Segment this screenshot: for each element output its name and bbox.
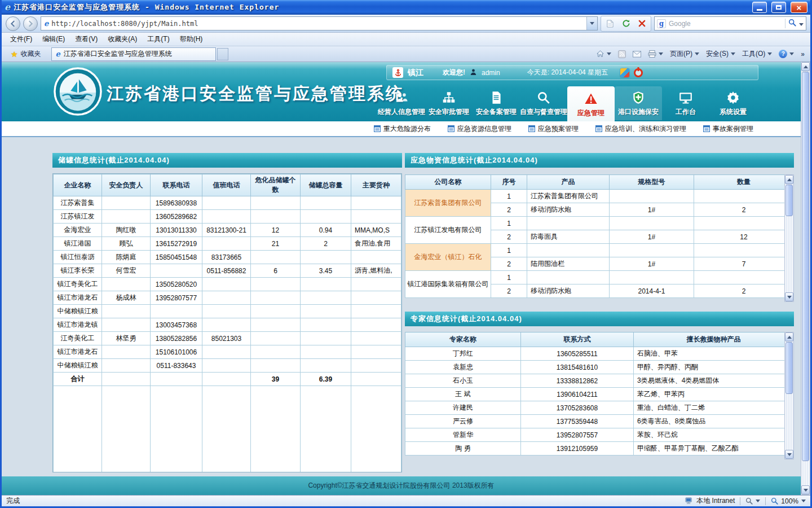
refresh-button[interactable] bbox=[619, 17, 633, 30]
cell bbox=[351, 345, 401, 359]
cell: 陈炳庭 bbox=[102, 251, 151, 264]
experts-scrollbar[interactable] bbox=[784, 332, 794, 459]
read-mail-button[interactable] bbox=[633, 51, 641, 58]
users-icon bbox=[394, 90, 409, 105]
scroll-down-icon[interactable] bbox=[801, 485, 810, 494]
nav-item-orgchart[interactable]: 安全审批管理 bbox=[425, 86, 473, 120]
back-button[interactable] bbox=[6, 16, 20, 31]
nav-item-search[interactable]: 自查与督查管理 bbox=[520, 86, 567, 120]
scroll-thumb[interactable] bbox=[785, 342, 793, 394]
nav-item-users[interactable]: 经营人信息管理 bbox=[378, 86, 425, 120]
cell: 镇江奇美化工 bbox=[54, 278, 102, 291]
cell bbox=[251, 305, 301, 318]
filler-row bbox=[54, 386, 401, 473]
web-page: 江苏省港口安全监管与应急管理系统 镇江 欢迎您! admin 今天是: 2014… bbox=[2, 62, 801, 495]
nav-item-document[interactable]: 安全备案管理 bbox=[473, 86, 520, 120]
scroll-up-icon[interactable] bbox=[785, 175, 793, 184]
forward-button[interactable] bbox=[23, 16, 38, 31]
cell bbox=[54, 386, 102, 473]
cell: 2 bbox=[491, 203, 527, 217]
divider bbox=[740, 497, 740, 505]
menu-edit[interactable]: 编辑(E) bbox=[37, 33, 70, 46]
cell bbox=[151, 305, 202, 318]
cell: 苯乙烯、甲苯丙 bbox=[634, 388, 794, 401]
menu-view[interactable]: 查看(V) bbox=[70, 33, 103, 46]
experts-table-wrap: 专家名称联系方式擅长救援物种产品 丁邦红13605285511石脑油、甲苯袁新忠… bbox=[405, 332, 794, 459]
maximize-button[interactable] bbox=[771, 2, 786, 13]
main-scrollbar[interactable] bbox=[801, 62, 810, 495]
supplies-panel: 应急物资信息统计(截止2014.04.04) 公司名称序号产品规格型号数量 江苏… bbox=[405, 153, 794, 302]
address-bar[interactable]: e http://localhost:8080/yjpt/Main.html bbox=[41, 16, 598, 30]
cell: 2 bbox=[694, 203, 794, 217]
zoom-level[interactable]: 100% bbox=[771, 497, 806, 505]
logout-power-icon[interactable] bbox=[634, 68, 643, 77]
help-button[interactable]: ? bbox=[779, 50, 794, 58]
table-row: 江苏索普集团有限公司1江苏索普集团有限公司 bbox=[405, 190, 794, 203]
overflow-chevron-icon[interactable]: » bbox=[801, 50, 805, 58]
menu-file[interactable]: 文件(F) bbox=[5, 33, 37, 46]
scroll-down-icon[interactable] bbox=[785, 292, 793, 301]
subnav-item-3[interactable]: 应急培训、演练和演习管理 bbox=[595, 124, 686, 134]
menu-help[interactable]: 帮助(H) bbox=[175, 33, 208, 46]
scroll-thumb[interactable] bbox=[802, 72, 809, 461]
zoom-tools[interactable] bbox=[745, 497, 760, 505]
scroll-up-icon[interactable] bbox=[801, 62, 810, 71]
nav-item-shield[interactable]: 港口设施保安 bbox=[615, 86, 662, 120]
home-button[interactable] bbox=[596, 50, 611, 58]
scroll-up-icon[interactable] bbox=[785, 332, 793, 341]
tools-menu[interactable]: 工具(O) bbox=[742, 49, 772, 59]
address-buttons bbox=[601, 16, 651, 32]
stop-button[interactable] bbox=[634, 17, 649, 30]
subnav-item-4[interactable]: 事故案例管理 bbox=[703, 124, 753, 134]
doc-icon bbox=[528, 125, 535, 132]
nav-item-gear[interactable]: 系统设置 bbox=[709, 86, 757, 120]
cell: 2 bbox=[491, 230, 527, 244]
window-titlebar[interactable]: e 江苏省港口安全监管与应急管理系统 - Windows Internet Ex… bbox=[2, 0, 810, 15]
cell bbox=[202, 278, 251, 291]
supplies-scrollbar[interactable] bbox=[784, 174, 794, 302]
compatibility-view-button[interactable] bbox=[603, 17, 617, 30]
subnav-item-1[interactable]: 应急资源信息管理 bbox=[448, 124, 511, 134]
monitor-icon bbox=[678, 90, 693, 105]
print-button[interactable] bbox=[648, 50, 663, 58]
safety-menu[interactable]: 安全(S) bbox=[706, 49, 735, 59]
subnav-item-0[interactable]: 重大危险源分布 bbox=[374, 124, 431, 134]
table-row: 王 斌13906104211苯乙烯、甲苯丙 bbox=[405, 388, 794, 401]
tab-active[interactable]: e 江苏省港口安全监管与应急管理系统 bbox=[51, 47, 216, 61]
close-button[interactable]: × bbox=[791, 2, 807, 13]
search-box[interactable]: g Google bbox=[654, 16, 806, 30]
feeds-button[interactable] bbox=[618, 50, 626, 58]
cell bbox=[202, 345, 251, 359]
subnav-item-2[interactable]: 应急预案管理 bbox=[528, 124, 579, 134]
url-text[interactable]: http://localhost:8080/yjpt/Main.html bbox=[51, 20, 584, 28]
menu-tools[interactable]: 工具(T) bbox=[142, 33, 174, 46]
nav-item-monitor[interactable]: 工作台 bbox=[662, 86, 709, 120]
experts-table: 专家名称联系方式擅长救援物种产品 丁邦红13605285511石脑油、甲苯袁新忠… bbox=[405, 332, 794, 456]
search-input[interactable]: Google bbox=[669, 20, 782, 28]
cell: 6 bbox=[251, 264, 301, 278]
address-dropdown[interactable] bbox=[586, 17, 597, 30]
new-tab-button[interactable] bbox=[217, 48, 228, 60]
search-options-dropdown[interactable] bbox=[799, 20, 804, 28]
favorites-bar: ★ 收藏夹 e 江苏省港口安全监管与应急管理系统 页面(P) 安全(S) 工具(… bbox=[2, 46, 810, 62]
column-header: 储罐总容量 bbox=[301, 174, 351, 196]
table-row: 陶 勇13912105959甲缩醛、甲基异丁基酮、乙酸乙酯 bbox=[405, 442, 794, 456]
minimize-button[interactable] bbox=[752, 2, 767, 13]
browser-viewport: 江苏省港口安全监管与应急管理系统 镇江 欢迎您! admin 今天是: 2014… bbox=[2, 62, 810, 495]
favorites-button[interactable]: ★ 收藏夹 bbox=[5, 47, 47, 61]
search-magnifier-icon[interactable] bbox=[788, 19, 796, 28]
intranet-zone[interactable]: 本地 Intranet bbox=[685, 496, 735, 506]
nav-item-warning[interactable]: 应急管理 bbox=[567, 86, 615, 121]
subnav-item-label: 重大危险源分布 bbox=[383, 124, 431, 134]
scroll-down-icon[interactable] bbox=[785, 450, 793, 459]
cell: 83173665 bbox=[202, 251, 251, 264]
cell bbox=[151, 373, 202, 386]
menu-favorites[interactable]: 收藏夹(A) bbox=[103, 33, 142, 46]
theme-icon[interactable] bbox=[620, 68, 629, 77]
scroll-thumb[interactable] bbox=[785, 185, 793, 216]
cell bbox=[351, 196, 401, 210]
cell: 丁邦红 bbox=[405, 347, 521, 361]
status-text: 完成 bbox=[6, 496, 20, 506]
page-menu[interactable]: 页面(P) bbox=[670, 49, 699, 59]
cell bbox=[610, 271, 694, 284]
